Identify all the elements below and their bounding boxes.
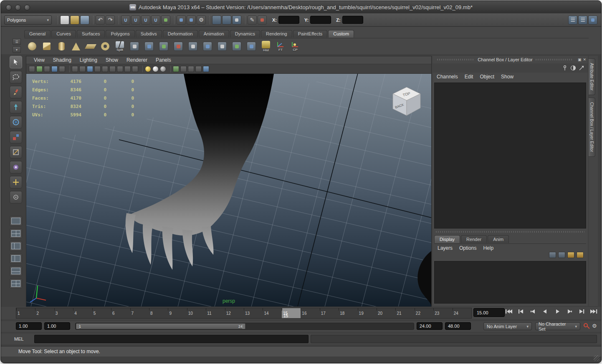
speed-state-icon[interactable] <box>570 65 576 71</box>
timeline-frame[interactable]: 24 <box>453 308 471 318</box>
shelf-tab-general[interactable]: General <box>24 30 51 38</box>
tab-channel-box-layer-editor[interactable]: Channel Box / Layer Editor <box>589 98 595 157</box>
persp-graph-layout-button[interactable] <box>10 266 22 276</box>
scale-tool-button[interactable] <box>10 131 22 143</box>
shadows-toggle-icon[interactable] <box>180 66 187 72</box>
gate-mask-icon[interactable] <box>109 66 116 72</box>
poly-cylinder-button[interactable] <box>55 40 68 53</box>
two-d-pan-zoom-icon[interactable] <box>72 66 78 72</box>
textured-mode-icon[interactable] <box>160 66 166 72</box>
shaded-mode-icon[interactable] <box>152 66 159 72</box>
paint-effects-button[interactable]: ✎ <box>248 15 257 25</box>
snap-to-point-button[interactable]: ∪ <box>141 15 150 25</box>
range-slider-trough[interactable]: 1 24 <box>75 323 414 330</box>
render-settings-button[interactable] <box>232 15 241 25</box>
timeline-frame[interactable]: 7 <box>130 308 149 318</box>
timeline-frame[interactable]: 2 <box>35 308 54 318</box>
show-menu[interactable]: Show <box>501 74 513 80</box>
field-chart-icon[interactable] <box>117 66 123 72</box>
animation-start-field[interactable]: 1.00 <box>16 322 42 330</box>
timeline-frame[interactable]: 21 <box>395 308 414 318</box>
auto-keyframe-toggle[interactable] <box>584 323 590 331</box>
grid-toggle-icon[interactable] <box>87 66 93 72</box>
poly-cone-button[interactable] <box>70 40 82 53</box>
viewport-menu-renderer[interactable]: Renderer <box>126 57 147 63</box>
timeline-frame[interactable]: 19 <box>358 308 377 318</box>
center-pivot-button[interactable]: CP <box>289 40 301 53</box>
resolution-gate-icon[interactable] <box>102 66 108 72</box>
paint-selection-tool-button[interactable] <box>10 86 22 98</box>
drag-handle[interactable] <box>437 59 475 60</box>
shelf-tab-surfaces[interactable]: Surfaces <box>77 30 105 38</box>
edit-menu[interactable]: Edit <box>465 74 473 80</box>
camera-attributes-icon[interactable] <box>44 66 50 72</box>
shelf-tab-painteffects[interactable]: PaintEffects <box>293 30 328 38</box>
combine-button[interactable] <box>201 40 214 53</box>
layer-tab-render[interactable]: Render <box>461 235 487 243</box>
poly-sphere-button[interactable] <box>26 40 38 53</box>
move-layer-up-icon[interactable] <box>549 252 556 258</box>
move-layer-down-icon[interactable] <box>558 252 565 258</box>
safe-title-icon[interactable] <box>132 66 138 72</box>
ipr-render-button[interactable] <box>222 15 231 25</box>
use-all-lights-icon[interactable] <box>173 66 179 72</box>
timeline-frame[interactable]: 3 <box>54 308 73 318</box>
film-gate-icon[interactable] <box>94 66 101 72</box>
redo-button[interactable]: ↷ <box>106 15 115 25</box>
move-tool-button[interactable] <box>10 101 22 113</box>
zoom-window-button[interactable] <box>24 5 30 10</box>
shelf-tab-dynamics[interactable]: Dynamics <box>230 30 260 38</box>
split-columns-layout-button[interactable] <box>10 254 22 264</box>
universal-manipulator-button[interactable] <box>10 146 22 158</box>
safe-action-icon[interactable] <box>124 66 131 72</box>
menu-set-dropdown[interactable]: Polygons ▾ <box>4 15 52 25</box>
step-back-frame-button[interactable] <box>517 309 525 314</box>
range-slider-bar[interactable]: 1 24 <box>76 324 245 329</box>
popout-panel-icon[interactable]: ▣ <box>578 58 582 62</box>
range-end-handle[interactable] <box>242 324 245 329</box>
step-forward-key-button[interactable] <box>566 309 573 314</box>
undo-button[interactable]: ↶ <box>96 15 105 25</box>
viewport-menu-view[interactable]: View <box>34 57 45 63</box>
timeline-frame[interactable]: 23 <box>433 308 452 318</box>
new-scene-button[interactable] <box>60 15 69 25</box>
titlebar[interactable]: MB Autodesk Maya 2013 x64 – Student Vers… <box>1 1 601 14</box>
shelf-tab-subdivs[interactable]: Subdivs <box>136 30 162 38</box>
soft-modification-tool-button[interactable] <box>10 161 22 173</box>
timeline-frame[interactable]: 11 <box>206 308 225 318</box>
bevel-button[interactable] <box>143 40 155 53</box>
command-line-input[interactable] <box>34 335 309 343</box>
animation-preferences-button[interactable]: ⚙ <box>592 323 597 329</box>
input-connections-button[interactable] <box>177 15 186 25</box>
snap-to-grid-button[interactable]: ∪ <box>121 15 130 25</box>
current-time-field[interactable]: 15.00 <box>473 308 505 317</box>
viewport-menu-shading[interactable]: Shading <box>53 57 71 63</box>
viewport-menu-lighting[interactable]: Lighting <box>80 57 97 63</box>
close-window-button[interactable] <box>6 5 12 10</box>
timeline-frame[interactable]: 20 <box>377 308 395 318</box>
hypergraph-layout-button[interactable] <box>10 279 22 289</box>
four-pane-layout-button[interactable] <box>10 228 22 238</box>
shelf-tab-rendering[interactable]: Rendering <box>261 30 292 38</box>
timeline-frame[interactable]: 6 <box>111 308 130 318</box>
options-menu[interactable]: Options <box>459 245 476 251</box>
x-coordinate-input[interactable] <box>278 16 299 24</box>
tab-attribute-editor[interactable]: Attribute Editor <box>589 58 595 95</box>
shelf-tab-polygons[interactable]: Polygons <box>106 30 134 38</box>
playback-start-field[interactable]: 1.00 <box>44 322 70 330</box>
layers-menu[interactable]: Layers <box>438 245 453 251</box>
y-coordinate-input[interactable] <box>310 16 331 24</box>
step-back-key-button[interactable] <box>529 309 537 314</box>
shelf-tab-custom[interactable]: Custom <box>328 30 354 38</box>
close-panel-icon[interactable]: ✕ <box>583 58 586 62</box>
bridge-button[interactable] <box>157 40 170 53</box>
toggle-channel-box-button[interactable] <box>588 15 597 25</box>
show-manipulator-tool-button[interactable] <box>10 176 22 188</box>
mirror-geometry-button[interactable] <box>245 40 258 53</box>
command-line-language-toggle[interactable]: MEL <box>14 336 24 341</box>
z-coordinate-input[interactable] <box>342 16 363 24</box>
lock-camera-icon[interactable] <box>36 66 43 72</box>
extrude-button[interactable] <box>128 40 141 53</box>
time-slider[interactable]: 1 2 3 4 5 6 7 8 9 10 11 12 13 14 15 15 1… <box>16 308 472 319</box>
view-cube[interactable]: TOP BACK <box>393 87 420 115</box>
